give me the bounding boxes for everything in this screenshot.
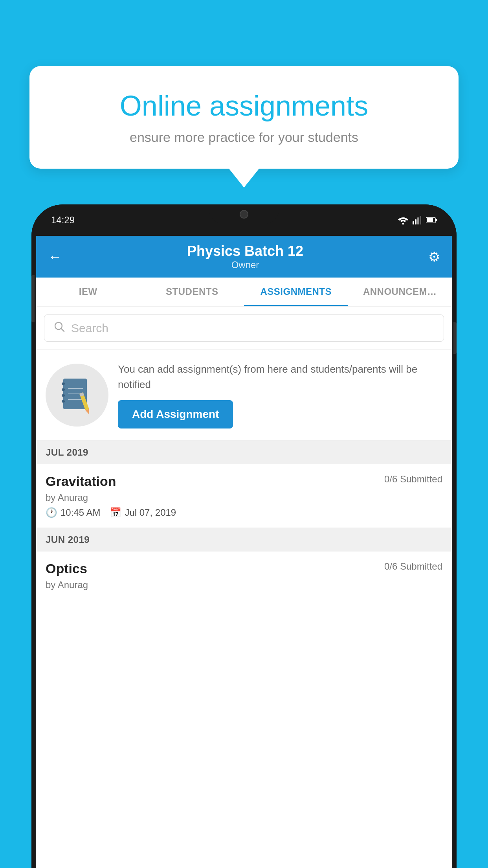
tab-students[interactable]: STUDENTS <box>140 278 244 306</box>
settings-button[interactable]: ⚙ <box>428 249 440 265</box>
svg-rect-4 <box>420 216 421 224</box>
clock-icon: 🕐 <box>46 507 57 518</box>
tabs-bar: IEW STUDENTS ASSIGNMENTS ANNOUNCEM… <box>36 278 452 307</box>
batch-subtitle: Owner <box>187 259 303 270</box>
camera-dot <box>240 210 248 219</box>
phone-frame: 14:29 <box>31 204 457 868</box>
svg-rect-1 <box>413 221 414 224</box>
section-header-jul: JUL 2019 <box>36 441 452 464</box>
svg-rect-7 <box>427 218 433 222</box>
tab-assignments[interactable]: ASSIGNMENTS <box>244 278 348 306</box>
wifi-icon <box>398 216 409 224</box>
assignment-time: 🕐 10:45 AM <box>46 507 100 518</box>
signal-icon <box>413 216 422 224</box>
section-header-jun: JUN 2019 <box>36 528 452 552</box>
add-assignment-button[interactable]: Add Assignment <box>118 400 233 428</box>
assignment-date: 📅 Jul 07, 2019 <box>110 507 176 518</box>
add-assignment-section: You can add assignment(s) from here and … <box>36 350 452 441</box>
assignment-date-value: Jul 07, 2019 <box>125 507 176 518</box>
app-header: ← Physics Batch 12 Owner ⚙ <box>36 236 452 278</box>
search-icon <box>54 321 65 335</box>
header-center: Physics Batch 12 Owner <box>187 243 303 270</box>
assignment-description: You can add assignment(s) from here and … <box>118 362 442 392</box>
assignment-name-optics: Optics <box>46 561 87 576</box>
assignment-icon-circle <box>46 364 108 427</box>
back-button[interactable]: ← <box>48 248 62 265</box>
assignment-by-optics: by Anurag <box>46 579 442 590</box>
svg-point-0 <box>402 223 404 225</box>
assignment-item-optics[interactable]: Optics 0/6 Submitted by Anurag <box>36 552 452 604</box>
status-icons <box>398 216 437 224</box>
speech-bubble-card: Online assignments ensure more practice … <box>29 66 459 169</box>
svg-rect-2 <box>415 219 416 224</box>
assignment-name-gravitation: Gravitation <box>46 474 116 489</box>
battery-icon <box>426 217 437 224</box>
batch-title: Physics Batch 12 <box>187 243 303 259</box>
assignment-submitted-optics: 0/6 Submitted <box>384 561 442 572</box>
assignment-right: You can add assignment(s) from here and … <box>118 362 442 428</box>
svg-rect-11 <box>62 383 65 385</box>
phone-screen: ← Physics Batch 12 Owner ⚙ IEW STUDENTS … <box>36 236 452 868</box>
calendar-icon: 📅 <box>110 507 121 518</box>
search-placeholder: Search <box>71 322 108 335</box>
tab-iew[interactable]: IEW <box>36 278 140 306</box>
speech-bubble-subtitle: ensure more practice for your students <box>57 130 431 145</box>
svg-rect-12 <box>62 388 65 391</box>
status-bar: 14:29 <box>31 204 457 236</box>
svg-rect-3 <box>417 217 419 224</box>
assignment-by-gravitation: by Anurag <box>46 492 442 503</box>
svg-line-9 <box>61 329 64 331</box>
search-bar[interactable]: Search <box>44 314 444 342</box>
status-time: 14:29 <box>51 215 75 226</box>
assignment-item-top: Gravitation 0/6 Submitted <box>46 474 442 489</box>
phone-notch <box>209 204 279 224</box>
search-container: Search <box>36 307 452 350</box>
assignment-time-value: 10:45 AM <box>61 507 100 518</box>
phone-power-button <box>453 322 457 354</box>
svg-rect-14 <box>62 400 65 403</box>
assignment-meta-gravitation: 🕐 10:45 AM 📅 Jul 07, 2019 <box>46 507 442 518</box>
phone-volume-button <box>31 275 35 322</box>
assignment-submitted-gravitation: 0/6 Submitted <box>384 474 442 485</box>
svg-rect-6 <box>435 219 437 221</box>
speech-bubble-title: Online assignments <box>57 90 431 122</box>
notebook-icon <box>59 377 95 414</box>
svg-rect-13 <box>62 394 65 397</box>
assignment-item-top-optics: Optics 0/6 Submitted <box>46 561 442 576</box>
tab-announcements[interactable]: ANNOUNCEM… <box>348 278 452 306</box>
assignment-item-gravitation[interactable]: Gravitation 0/6 Submitted by Anurag 🕐 10… <box>36 464 452 528</box>
